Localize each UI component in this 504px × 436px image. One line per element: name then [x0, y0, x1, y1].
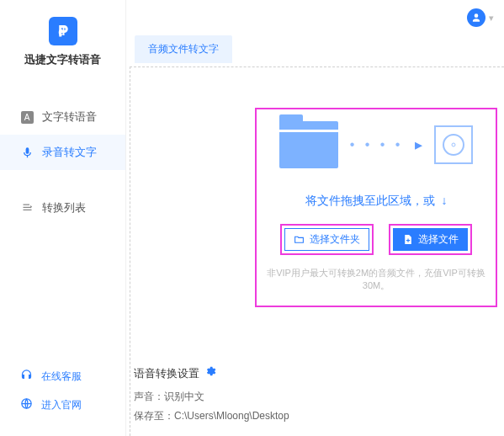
download-arrow-icon: ↓	[441, 194, 447, 207]
user-avatar[interactable]	[467, 8, 485, 27]
save-label: 保存至：	[134, 410, 174, 422]
svg-point-2	[452, 143, 455, 146]
main: ▾ 音频文件转文字 • • • • ▸ 将文件拖拽至此区域，或 ↓	[126, 0, 504, 436]
bottom-links: 在线客服 进入官网	[0, 362, 125, 436]
arrow-icon: ▸	[415, 136, 422, 154]
settings-panel: 语音转换设置 声音：识别中文 保存至：C:\Users\Mloong\Deskt…	[134, 364, 289, 426]
list-icon	[20, 201, 34, 215]
folder-icon	[279, 121, 338, 168]
mic-icon	[20, 146, 34, 159]
dropzone-hint: 非VIP用户最大可转换2M的音频文件，充值VIP可转换30M。	[265, 267, 487, 292]
target-icon	[434, 125, 473, 164]
content: • • • • ▸ 将文件拖拽至此区域，或 ↓ 选择文件夹	[130, 66, 504, 436]
nav-item-list[interactable]: 转换列表	[0, 190, 125, 226]
nav-label: 录音转文字	[42, 145, 97, 160]
tab-audio-to-text[interactable]: 音频文件转文字	[135, 35, 232, 63]
select-folder-button[interactable]: 选择文件夹	[280, 224, 374, 255]
nav-label: 文字转语音	[42, 109, 97, 125]
voice-value: 识别中文	[164, 391, 204, 402]
dots-icon: • • • •	[350, 137, 404, 152]
text-icon: A	[20, 110, 34, 124]
settings-title: 语音转换设置	[134, 364, 199, 385]
settings-title-row: 语音转换设置	[134, 364, 289, 385]
dropzone-text: 将文件拖拽至此区域，或 ↓	[265, 194, 487, 209]
dropzone[interactable]: • • • • ▸ 将文件拖拽至此区域，或 ↓ 选择文件夹	[255, 108, 497, 307]
file-add-icon	[402, 234, 413, 245]
link-label: 在线客服	[41, 370, 82, 384]
select-file-button[interactable]: 选择文件	[389, 224, 472, 255]
link-website[interactable]: 进入官网	[0, 391, 125, 419]
voice-label: 声音：	[134, 391, 164, 402]
link-support[interactable]: 在线客服	[0, 362, 125, 391]
nav-label: 转换列表	[42, 200, 86, 215]
sidebar: d 迅捷文字转语音 A 文字转语音 录音转文字 转换列表 在线客服	[0, 0, 126, 436]
chevron-down-icon[interactable]: ▾	[489, 13, 494, 24]
nav-item-tts[interactable]: A 文字转语音	[0, 99, 125, 135]
button-label: 选择文件夹	[310, 232, 360, 247]
settings-voice-row: 声音：识别中文	[134, 387, 289, 407]
settings-save-row: 保存至：C:\Users\Mloong\Desktop	[134, 407, 289, 426]
gear-icon[interactable]	[204, 364, 216, 385]
app-logo: d	[49, 17, 77, 45]
nav: A 文字转语音 录音转文字 转换列表	[0, 99, 125, 226]
button-label: 选择文件	[418, 232, 459, 247]
link-label: 进入官网	[41, 398, 82, 412]
save-value: C:\Users\Mloong\Desktop	[174, 410, 289, 422]
dropzone-text-label: 将文件拖拽至此区域，或	[305, 194, 435, 207]
app-title: 迅捷文字转语音	[0, 52, 125, 67]
folder-small-icon	[294, 234, 305, 245]
svg-text:d: d	[58, 25, 65, 38]
button-row: 选择文件夹 选择文件	[265, 224, 487, 255]
topbar: ▾	[126, 0, 504, 35]
tabs: 音频文件转文字	[126, 35, 504, 63]
dropzone-icons: • • • • ▸	[265, 121, 487, 168]
logo-area: d 迅捷文字转语音	[0, 0, 125, 76]
globe-icon	[20, 397, 33, 412]
nav-item-stt[interactable]: 录音转文字	[0, 135, 125, 170]
headset-icon	[20, 369, 33, 384]
